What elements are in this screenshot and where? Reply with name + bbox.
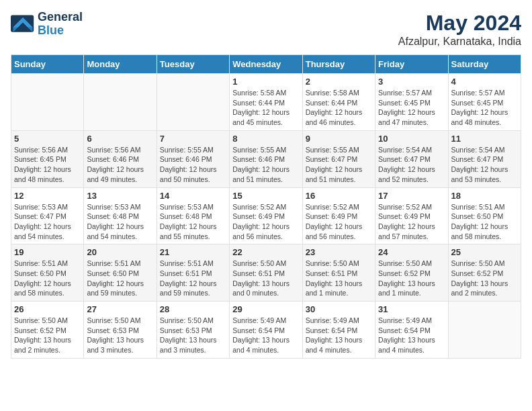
- day-info: Sunrise: 5:49 AM Sunset: 6:54 PM Dayligh…: [378, 316, 445, 355]
- day-number: 14: [160, 191, 226, 201]
- day-info: Sunrise: 5:55 AM Sunset: 6:46 PM Dayligh…: [160, 145, 226, 185]
- day-number: 9: [306, 134, 372, 144]
- day-number: 19: [14, 247, 81, 257]
- day-cell: 31Sunrise: 5:49 AM Sunset: 6:54 PM Dayli…: [375, 302, 448, 359]
- day-cell: 29Sunrise: 5:49 AM Sunset: 6:54 PM Dayli…: [230, 302, 302, 359]
- day-info: Sunrise: 5:49 AM Sunset: 6:54 PM Dayligh…: [306, 316, 372, 355]
- week-row-5: 26Sunrise: 5:50 AM Sunset: 6:52 PM Dayli…: [11, 302, 521, 359]
- day-info: Sunrise: 5:53 AM Sunset: 6:48 PM Dayligh…: [160, 202, 226, 242]
- day-cell: 14Sunrise: 5:53 AM Sunset: 6:48 PM Dayli…: [157, 187, 229, 244]
- day-info: Sunrise: 5:55 AM Sunset: 6:46 PM Dayligh…: [232, 145, 299, 185]
- day-info: Sunrise: 5:51 AM Sunset: 6:50 PM Dayligh…: [451, 202, 518, 242]
- day-cell: 7Sunrise: 5:55 AM Sunset: 6:46 PM Daylig…: [157, 130, 229, 187]
- main-title: May 2024: [398, 11, 521, 36]
- day-number: 16: [306, 191, 372, 201]
- day-info: Sunrise: 5:55 AM Sunset: 6:47 PM Dayligh…: [306, 145, 372, 185]
- day-info: Sunrise: 5:50 AM Sunset: 6:52 PM Dayligh…: [14, 316, 81, 355]
- day-info: Sunrise: 5:50 AM Sunset: 6:53 PM Dayligh…: [87, 316, 153, 355]
- subtitle: Afzalpur, Karnataka, India: [398, 36, 521, 48]
- week-row-3: 12Sunrise: 5:53 AM Sunset: 6:47 PM Dayli…: [11, 187, 521, 244]
- day-info: Sunrise: 5:58 AM Sunset: 6:44 PM Dayligh…: [232, 88, 299, 128]
- col-header-saturday: Saturday: [448, 55, 521, 74]
- day-number: 22: [232, 247, 299, 257]
- day-info: Sunrise: 5:50 AM Sunset: 6:52 PM Dayligh…: [451, 259, 518, 298]
- day-number: 7: [160, 134, 226, 144]
- day-cell: 13Sunrise: 5:53 AM Sunset: 6:48 PM Dayli…: [84, 187, 157, 244]
- day-info: Sunrise: 5:51 AM Sunset: 6:50 PM Dayligh…: [87, 259, 153, 298]
- day-number: 3: [378, 77, 445, 87]
- day-number: 24: [378, 247, 445, 257]
- day-cell: [11, 74, 84, 131]
- day-number: 27: [87, 304, 153, 314]
- day-info: Sunrise: 5:50 AM Sunset: 6:51 PM Dayligh…: [306, 259, 372, 298]
- logo: General Blue: [11, 11, 83, 38]
- day-cell: 25Sunrise: 5:50 AM Sunset: 6:52 PM Dayli…: [448, 244, 521, 302]
- day-number: 1: [232, 77, 299, 87]
- week-row-2: 5Sunrise: 5:56 AM Sunset: 6:45 PM Daylig…: [11, 130, 521, 187]
- day-number: 23: [306, 247, 372, 257]
- day-cell: 24Sunrise: 5:50 AM Sunset: 6:52 PM Dayli…: [375, 244, 448, 302]
- day-cell: 4Sunrise: 5:57 AM Sunset: 6:45 PM Daylig…: [448, 74, 521, 131]
- day-info: Sunrise: 5:50 AM Sunset: 6:51 PM Dayligh…: [232, 259, 299, 298]
- day-cell: 19Sunrise: 5:51 AM Sunset: 6:50 PM Dayli…: [11, 244, 84, 302]
- day-cell: [84, 74, 157, 131]
- day-cell: 5Sunrise: 5:56 AM Sunset: 6:45 PM Daylig…: [11, 130, 84, 187]
- day-info: Sunrise: 5:52 AM Sunset: 6:49 PM Dayligh…: [232, 202, 299, 242]
- day-info: Sunrise: 5:52 AM Sunset: 6:49 PM Dayligh…: [306, 202, 372, 242]
- day-cell: 10Sunrise: 5:54 AM Sunset: 6:47 PM Dayli…: [375, 130, 448, 187]
- day-info: Sunrise: 5:49 AM Sunset: 6:54 PM Dayligh…: [232, 316, 299, 355]
- day-cell: 11Sunrise: 5:54 AM Sunset: 6:47 PM Dayli…: [448, 130, 521, 187]
- week-row-4: 19Sunrise: 5:51 AM Sunset: 6:50 PM Dayli…: [11, 244, 521, 302]
- day-info: Sunrise: 5:58 AM Sunset: 6:44 PM Dayligh…: [306, 88, 372, 128]
- day-info: Sunrise: 5:56 AM Sunset: 6:46 PM Dayligh…: [87, 145, 153, 185]
- col-header-tuesday: Tuesday: [157, 55, 229, 74]
- day-cell: 12Sunrise: 5:53 AM Sunset: 6:47 PM Dayli…: [11, 187, 84, 244]
- day-cell: 15Sunrise: 5:52 AM Sunset: 6:49 PM Dayli…: [230, 187, 302, 244]
- logo-icon: [11, 15, 35, 34]
- day-info: Sunrise: 5:51 AM Sunset: 6:51 PM Dayligh…: [160, 259, 226, 298]
- day-number: 6: [87, 134, 153, 144]
- day-number: 31: [378, 304, 445, 314]
- day-number: 10: [378, 134, 445, 144]
- day-cell: 21Sunrise: 5:51 AM Sunset: 6:51 PM Dayli…: [157, 244, 229, 302]
- day-number: 15: [232, 191, 299, 201]
- day-number: 25: [451, 247, 518, 257]
- day-cell: 27Sunrise: 5:50 AM Sunset: 6:53 PM Dayli…: [84, 302, 157, 359]
- day-info: Sunrise: 5:54 AM Sunset: 6:47 PM Dayligh…: [378, 145, 445, 185]
- day-cell: 9Sunrise: 5:55 AM Sunset: 6:47 PM Daylig…: [302, 130, 375, 187]
- day-info: Sunrise: 5:57 AM Sunset: 6:45 PM Dayligh…: [378, 88, 445, 128]
- day-number: 18: [451, 191, 518, 201]
- day-number: 30: [306, 304, 372, 314]
- day-info: Sunrise: 5:53 AM Sunset: 6:48 PM Dayligh…: [87, 202, 153, 242]
- day-info: Sunrise: 5:50 AM Sunset: 6:52 PM Dayligh…: [378, 259, 445, 298]
- calendar-table: SundayMondayTuesdayWednesdayThursdayFrid…: [11, 54, 521, 359]
- day-number: 26: [14, 304, 81, 314]
- logo-text: General Blue: [38, 11, 83, 38]
- header-row: SundayMondayTuesdayWednesdayThursdayFrid…: [11, 55, 521, 74]
- day-cell: 28Sunrise: 5:50 AM Sunset: 6:53 PM Dayli…: [157, 302, 229, 359]
- day-cell: 18Sunrise: 5:51 AM Sunset: 6:50 PM Dayli…: [448, 187, 521, 244]
- day-cell: 20Sunrise: 5:51 AM Sunset: 6:50 PM Dayli…: [84, 244, 157, 302]
- day-number: 2: [306, 77, 372, 87]
- col-header-sunday: Sunday: [11, 55, 84, 74]
- day-cell: 16Sunrise: 5:52 AM Sunset: 6:49 PM Dayli…: [302, 187, 375, 244]
- week-row-1: 1Sunrise: 5:58 AM Sunset: 6:44 PM Daylig…: [11, 74, 521, 131]
- day-cell: 1Sunrise: 5:58 AM Sunset: 6:44 PM Daylig…: [230, 74, 302, 131]
- day-number: 13: [87, 191, 153, 201]
- day-info: Sunrise: 5:51 AM Sunset: 6:50 PM Dayligh…: [14, 259, 81, 298]
- day-cell: 30Sunrise: 5:49 AM Sunset: 6:54 PM Dayli…: [302, 302, 375, 359]
- day-number: 5: [14, 134, 81, 144]
- col-header-wednesday: Wednesday: [230, 55, 302, 74]
- title-block: May 2024 Afzalpur, Karnataka, India: [398, 11, 521, 48]
- day-info: Sunrise: 5:54 AM Sunset: 6:47 PM Dayligh…: [451, 145, 518, 185]
- day-number: 4: [451, 77, 518, 87]
- page-header: General Blue May 2024 Afzalpur, Karnatak…: [11, 11, 521, 48]
- day-number: 8: [232, 134, 299, 144]
- day-cell: 26Sunrise: 5:50 AM Sunset: 6:52 PM Dayli…: [11, 302, 84, 359]
- day-cell: 3Sunrise: 5:57 AM Sunset: 6:45 PM Daylig…: [375, 74, 448, 131]
- col-header-monday: Monday: [84, 55, 157, 74]
- day-cell: [157, 74, 229, 131]
- day-number: 17: [378, 191, 445, 201]
- day-cell: 22Sunrise: 5:50 AM Sunset: 6:51 PM Dayli…: [230, 244, 302, 302]
- day-number: 21: [160, 247, 226, 257]
